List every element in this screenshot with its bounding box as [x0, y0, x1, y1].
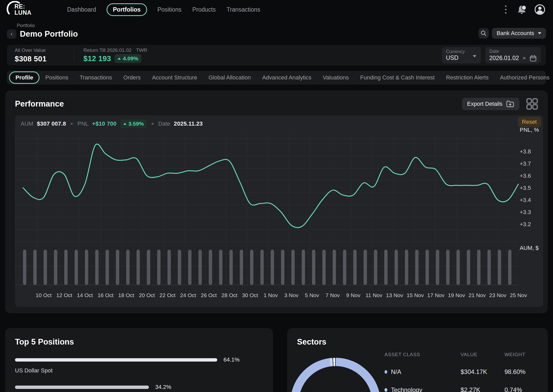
x-tick-label: 22 Oct	[157, 292, 178, 298]
return-block: Return Till 2026.01.02 TWR $12 193 4.09%	[81, 47, 150, 63]
nav-item-dashboard[interactable]: Dashboard	[67, 4, 97, 15]
chart-date-label: Date	[158, 120, 170, 127]
x-tick-label: 1 Nov	[260, 292, 282, 298]
sectors-title: Sectors	[297, 337, 538, 347]
nav-right	[503, 4, 547, 15]
position-row: 64.1% US Dollar Spot	[15, 356, 263, 374]
page-title: Demo Portfolio	[20, 29, 78, 39]
tab-valuations[interactable]: Valuations	[317, 72, 355, 84]
sector-weight: 98.60%	[504, 368, 537, 375]
date-picker[interactable]: Date 2026.01.02 ×	[485, 47, 541, 63]
return-pct-badge: 4.09%	[115, 54, 141, 63]
twr-label: TWR	[136, 47, 147, 53]
back-button[interactable]: ‹	[7, 29, 16, 39]
top-positions-list: 64.1% US Dollar Spot 34.2% Euro Spot	[15, 356, 263, 392]
return-value: $12 193	[83, 54, 111, 63]
export-folder-icon	[506, 100, 514, 108]
performance-chart-panel[interactable]: AUM $307 007.8 PNL +$10 700 3.59% Date 2…	[15, 115, 543, 307]
currency-label: Currency	[446, 49, 477, 54]
widgets-grid-icon[interactable]	[526, 98, 538, 110]
all-over-value-block: All Over Value $308 501	[12, 47, 49, 63]
tab-funding-cost-cash-interest[interactable]: Funding Cost & Cash Interest	[355, 72, 440, 84]
tab-positions[interactable]: Positions	[39, 72, 74, 84]
aum-label: AUM	[21, 120, 33, 127]
calendar-icon[interactable]	[530, 55, 537, 62]
search-button[interactable]	[478, 28, 489, 38]
top-positions-title: Top 5 Positions	[15, 337, 263, 347]
position-weight-pct: 64.1%	[223, 356, 239, 363]
user-avatar-icon[interactable]	[534, 4, 545, 15]
sectors-table-header: ASSET CLASS VALUE WEIGHT	[384, 352, 537, 357]
y-tick-label: +3.7	[520, 160, 531, 167]
app-logo[interactable]: RE: LUNA	[6, 1, 67, 18]
x-tick-label: 5 Nov	[301, 292, 323, 298]
tab-authorized-persons[interactable]: Authorized Persons	[494, 72, 553, 84]
sectors-card: Sectors ASSET CLASS VALUE WEIGHT N/A $30…	[287, 328, 548, 392]
position-weight-bar	[15, 386, 149, 389]
notifications-bell-icon[interactable]	[516, 5, 527, 14]
tab-orders[interactable]: Orders	[118, 72, 146, 84]
x-tick-label: 15 Nov	[404, 292, 426, 298]
tab-account-structure[interactable]: Account Structure	[146, 72, 203, 84]
nav-item-portfolios[interactable]: Portfolios	[107, 3, 147, 16]
position-row: 34.2% Euro Spot	[15, 384, 263, 392]
sector-row: Technology $2.27K 0.74%	[384, 386, 537, 392]
y-tick-label: +3.2	[520, 221, 531, 228]
sectors-table: ASSET CLASS VALUE WEIGHT N/A $304.17K 98…	[384, 352, 537, 392]
x-tick-label: 16 Oct	[95, 292, 116, 298]
currency-select[interactable]: Currency USD	[442, 47, 481, 63]
x-tick-label: 10 Oct	[33, 292, 54, 298]
y-tick-label: +3.5	[520, 185, 531, 191]
x-tick-label: 21 Nov	[466, 292, 488, 298]
clear-date-icon[interactable]: ×	[522, 55, 526, 62]
sector-name: Technology	[391, 386, 422, 392]
top-positions-card: Top 5 Positions 64.1% US Dollar Spot 34.…	[5, 328, 273, 392]
bank-accounts-dropdown[interactable]: Bank Accounts	[492, 28, 546, 39]
tab-advanced-analytics[interactable]: Advanced Analytics	[257, 72, 317, 84]
chart-info-row: AUM $307 007.8 PNL +$10 700 3.59% Date 2…	[21, 118, 203, 130]
x-tick-label: 20 Oct	[136, 292, 158, 298]
pnl-value: +$10 700	[92, 120, 117, 127]
arrow-up-icon	[118, 58, 121, 60]
top-nav: RE: LUNA DashboardPortfoliosPositionsPro…	[0, 0, 553, 19]
x-tick-label: 30 Oct	[239, 292, 261, 298]
x-tick-label: 26 Oct	[198, 292, 220, 298]
y-tick-label: +3.4	[520, 197, 531, 203]
chevron-down-icon	[538, 32, 541, 34]
sector-name: N/A	[391, 368, 401, 375]
x-tick-label: 13 Nov	[384, 292, 405, 298]
breadcrumb: Portfolio	[17, 23, 546, 28]
sector-dot	[384, 370, 387, 374]
nav-item-products[interactable]: Products	[192, 4, 216, 15]
tab-profile[interactable]: Profile	[9, 71, 39, 84]
sector-weight: 0.74%	[504, 386, 537, 392]
nav-item-transactions[interactable]: Transactions	[226, 4, 261, 15]
reset-button[interactable]: Reset	[518, 117, 541, 127]
pnl-axis-title: PNL, %	[520, 127, 539, 133]
all-over-value: $308 501	[15, 55, 46, 63]
position-weight-pct: 34.2%	[155, 384, 171, 390]
arrow-up-icon	[123, 123, 126, 125]
x-tick-label: 28 Oct	[219, 292, 240, 298]
aum-axis-title: AUM, $	[520, 245, 539, 251]
sector-dot	[384, 388, 387, 392]
divider	[74, 49, 74, 61]
sector-value: $304.17K	[461, 368, 504, 375]
nav-item-positions[interactable]: Positions	[157, 4, 182, 15]
performance-card: Performance Export Details AUM $307 007.…	[5, 91, 548, 313]
more-menu-icon[interactable]	[503, 4, 509, 15]
y-tick-label: +3.8	[520, 148, 531, 155]
x-tick-label: 19 Nov	[446, 292, 467, 298]
tab-transactions[interactable]: Transactions	[74, 72, 118, 84]
sectors-donut-chart	[290, 358, 381, 392]
x-tick-label: 9 Nov	[342, 292, 364, 298]
tab-restriction-alerts[interactable]: Restriction Alerts	[440, 72, 494, 84]
currency-value: USD	[446, 54, 477, 61]
x-tick-label: 24 Oct	[177, 292, 199, 298]
y-axis-labels: PNL, % AUM, $ +3.8+3.7+3.6+3.5+3.4+3.3+3…	[520, 115, 543, 307]
chevron-down-icon	[473, 55, 476, 57]
tab-global-allocation[interactable]: Global Allocation	[203, 72, 257, 84]
export-details-button[interactable]: Export Details	[462, 98, 519, 110]
logo-text: RE: LUNA	[14, 3, 31, 16]
x-tick-label: 14 Oct	[74, 292, 96, 298]
